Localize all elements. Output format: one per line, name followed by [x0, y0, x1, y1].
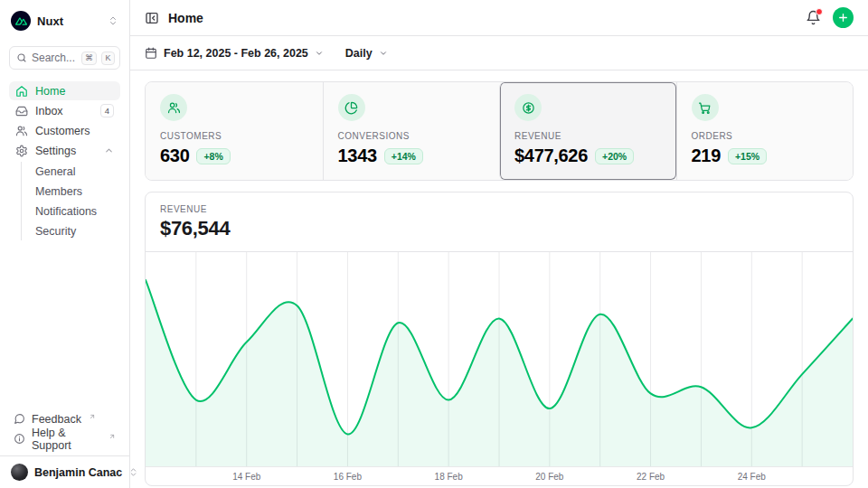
stat-delta-badge: +15% [728, 148, 767, 164]
nav-label-home: Home [35, 85, 114, 98]
sidebar-item-inbox[interactable]: Inbox 4 [9, 101, 120, 120]
stat-label: CONVERSIONS [338, 131, 410, 141]
inbox-icon [15, 105, 28, 117]
revenue-chart-plot[interactable] [146, 252, 853, 466]
feedback-label: Feedback [32, 413, 81, 426]
chart-pie-icon [338, 94, 365, 121]
home-icon [15, 85, 28, 98]
info-circle-icon [14, 433, 25, 445]
stat-value: 630 [160, 145, 189, 166]
kbd-k: K [101, 52, 115, 65]
customers-icon [160, 94, 187, 121]
inbox-count-badge: 4 [100, 104, 114, 117]
x-tick-label: 24 Feb [738, 472, 766, 482]
stat-label: REVENUE [514, 131, 561, 141]
stat-label: ORDERS [692, 131, 733, 141]
chevron-down-icon [315, 49, 324, 58]
search-input[interactable] [32, 52, 77, 64]
stat-delta-badge: +14% [384, 148, 423, 164]
user-avatar [11, 464, 28, 481]
topbar: Home [130, 0, 868, 36]
stat-card-customers[interactable]: CUSTOMERS 630 +8% [146, 82, 323, 180]
sidebar-item-general[interactable]: General [30, 162, 120, 181]
sidebar-collapse-button[interactable] [145, 11, 159, 25]
sidebar-item-members[interactable]: Members [30, 182, 120, 201]
content: CUSTOMERS 630 +8% CONVERSIONS 1343 +14% [130, 70, 868, 488]
stat-value: $477,626 [514, 145, 588, 166]
sidebar-item-security[interactable]: Security [30, 221, 120, 240]
nav-label-customers: Customers [35, 125, 114, 137]
sidebar: Nuxt ⌘ K Home [0, 0, 130, 488]
date-range-label: Feb 12, 2025 - Feb 26, 2025 [164, 47, 308, 60]
dashboard-app: Nuxt ⌘ K Home [0, 0, 868, 488]
help-support-link[interactable]: Help & Support [9, 429, 120, 448]
chart-metric-value: $76,544 [160, 217, 838, 240]
stat-card-orders[interactable]: ORDERS 219 +15% [676, 82, 854, 180]
x-tick-label: 20 Feb [535, 472, 563, 482]
plus-icon [837, 12, 849, 23]
search-icon [16, 52, 27, 63]
sidebar-item-settings[interactable]: Settings [9, 141, 120, 160]
sidebar-footer: Feedback Help & Support [9, 409, 120, 455]
calendar-icon [145, 47, 157, 60]
stat-delta-badge: +20% [595, 148, 634, 164]
x-tick-label: 18 Feb [435, 472, 463, 482]
users-icon [15, 125, 28, 137]
sidebar-item-notifications[interactable]: Notifications [30, 202, 120, 221]
stat-delta-badge: +8% [196, 148, 230, 164]
main-panel: Home Feb 12, 2025 - Feb 26, 2025 [130, 0, 868, 488]
x-tick-label: 14 Feb [232, 472, 260, 482]
notification-dot [816, 8, 823, 15]
chevron-down-icon [379, 49, 388, 58]
stat-label: CUSTOMERS [160, 131, 222, 141]
circle-dollar-icon [514, 94, 542, 121]
nuxt-logo-icon [11, 11, 31, 31]
filter-toolbar: Feb 12, 2025 - Feb 26, 2025 Daily [130, 36, 868, 70]
help-support-label: Help & Support [32, 427, 101, 452]
workspace-name: Nuxt [37, 14, 63, 28]
x-tick-label: 16 Feb [334, 472, 362, 482]
notifications-button[interactable] [806, 10, 821, 25]
chevron-up-icon [104, 145, 114, 155]
message-bubble-icon [14, 413, 25, 425]
page-title: Home [168, 11, 203, 25]
nav-label-settings: Settings [35, 145, 97, 157]
revenue-chart-header: REVENUE $76,544 [146, 192, 853, 252]
search-box[interactable]: ⌘ K [9, 46, 120, 70]
select-chevrons-icon [108, 15, 118, 26]
period-label: Daily [345, 47, 373, 60]
sidebar-item-home[interactable]: Home [9, 81, 120, 100]
stat-card-conversions[interactable]: CONVERSIONS 1343 +14% [323, 82, 500, 180]
stat-value: 219 [692, 145, 721, 166]
workspace-switcher[interactable]: Nuxt [9, 9, 120, 33]
stat-value: 1343 [338, 145, 377, 166]
sidebar-nav: Home Inbox 4 Customers Settings [9, 81, 120, 240]
revenue-chart-xaxis: 14 Feb16 Feb18 Feb20 Feb22 Feb24 Feb [146, 466, 853, 485]
gear-icon [15, 145, 28, 157]
settings-subnav: General Members Notifications Security [21, 162, 120, 240]
topbar-actions [806, 7, 854, 28]
sidebar-item-customers[interactable]: Customers [9, 121, 120, 140]
user-menu[interactable]: Benjamin Canac [0, 455, 129, 488]
nav-label-inbox: Inbox [35, 105, 93, 117]
stat-card-revenue[interactable]: REVENUE $477,626 +20% [499, 82, 676, 180]
chart-metric-label: REVENUE [160, 204, 838, 214]
cart-icon [692, 94, 719, 121]
x-tick-label: 22 Feb [637, 472, 665, 482]
date-range-picker[interactable]: Feb 12, 2025 - Feb 26, 2025 [145, 47, 324, 60]
stats-grid: CUSTOMERS 630 +8% CONVERSIONS 1343 +14% [145, 81, 854, 181]
external-link-icon [108, 433, 116, 440]
period-select[interactable]: Daily [345, 47, 388, 60]
external-link-icon [89, 413, 96, 420]
revenue-chart-card: REVENUE $76,544 14 Feb16 Feb18 Feb20 Feb… [145, 192, 854, 486]
user-name: Benjamin Canac [34, 466, 122, 479]
add-button[interactable] [833, 7, 854, 28]
revenue-area-chart [146, 252, 853, 466]
kbd-meta: ⌘ [81, 52, 97, 65]
